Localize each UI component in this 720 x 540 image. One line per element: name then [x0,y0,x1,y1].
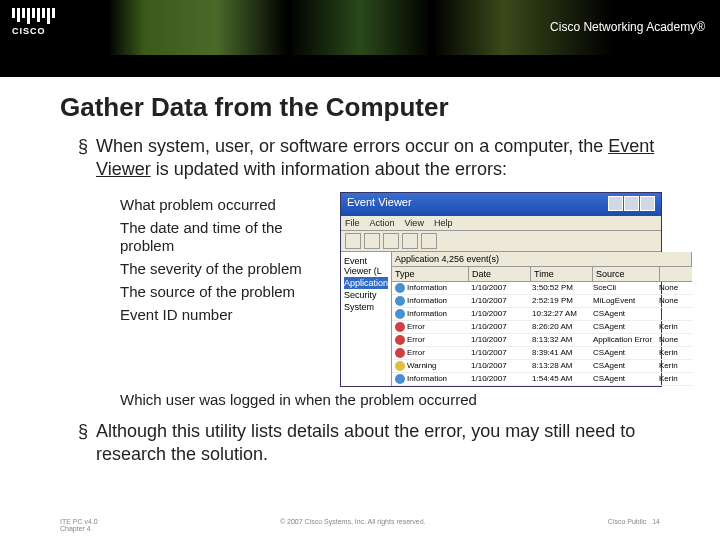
menubar[interactable]: FileActionViewHelp [341,216,661,231]
slide-content: Gather Data from the Computer When syste… [0,77,720,466]
window-title: Event Viewer [347,196,412,213]
slide-title: Gather Data from the Computer [60,92,670,123]
table-row[interactable]: Information1/10/20073:50:52 PMSceCliNone [392,282,692,295]
black-bar [0,55,720,77]
table-row[interactable]: Error1/10/20078:13:32 AMApplication Erro… [392,334,692,347]
toolbar[interactable] [341,231,661,252]
maximize-icon[interactable] [624,196,639,211]
bullet-1: When system, user, or software errors oc… [78,135,670,182]
sub-1: What problem occurred [120,196,330,215]
tree-pane[interactable]: Event Viewer (L Application Security Sys… [341,252,392,386]
bullet-2: Although this utility lists details abou… [78,420,670,467]
minimize-icon[interactable] [608,196,623,211]
logo-text: CISCO [12,26,55,36]
cisco-logo: CISCO [12,8,55,36]
table-row[interactable]: Information1/10/200710:32:27 AMCSAgent [392,308,692,321]
window-titlebar: Event Viewer [341,193,661,216]
sub-6: Which user was logged in when the proble… [120,391,670,410]
sub-2: The date and time of the problem [120,219,330,257]
sub-5: Event ID number [120,306,330,325]
banner: CISCO Cisco Networking Academy® [0,0,720,55]
sub-4: The source of the problem [120,283,330,302]
table-row[interactable]: Warning1/10/20078:13:28 AMCSAgentKerin [392,360,692,373]
table-row[interactable]: Error1/10/20078:26:20 AMCSAgentKerin [392,321,692,334]
close-icon[interactable] [640,196,655,211]
list-pane[interactable]: Application 4,256 event(s) Type Date Tim… [392,252,692,386]
table-row[interactable]: Information1/10/20072:52:19 PMMiLogEvent… [392,295,692,308]
footer: ITE PC v4.0Chapter 4 © 2007 Cisco System… [0,518,720,532]
table-row[interactable]: Information1/10/20071:54:45 AMCSAgentKer… [392,373,692,386]
academy-text: Cisco Networking Academy® [550,20,705,34]
event-viewer-window: Event Viewer FileActionViewHelp Event Vi… [340,192,662,387]
sub-3: The severity of the problem [120,260,330,279]
table-row[interactable]: Error1/10/20078:39:41 AMCSAgentKerin [392,347,692,360]
